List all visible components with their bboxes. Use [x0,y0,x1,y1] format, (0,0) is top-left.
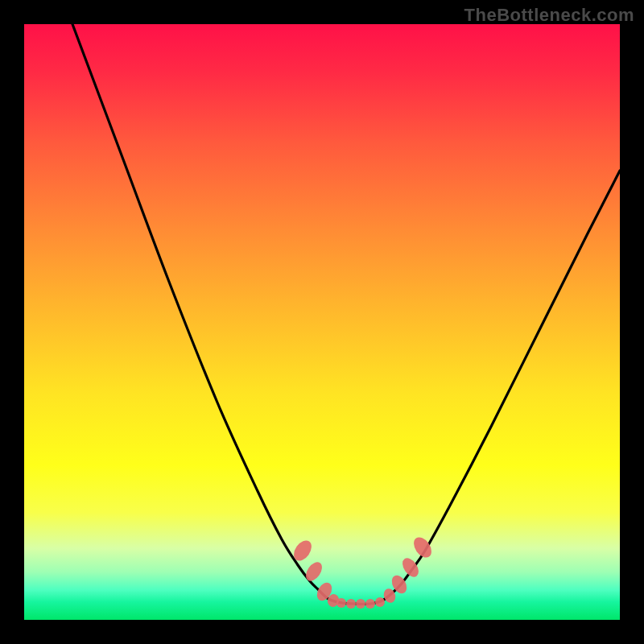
marker-dot [365,599,375,609]
marker-dot [336,598,346,608]
marker-dot [291,537,316,564]
marker-dot [303,559,325,584]
marker-dot [399,555,422,580]
marker-dot [411,534,436,560]
marker-dot [375,597,385,607]
plot-area [24,24,620,620]
chart-frame: TheBottleneck.com [0,0,644,644]
marker-dot [346,599,356,609]
watermark-text: TheBottleneck.com [464,5,634,26]
marker-dot [356,599,365,609]
curve-markers [24,24,620,620]
